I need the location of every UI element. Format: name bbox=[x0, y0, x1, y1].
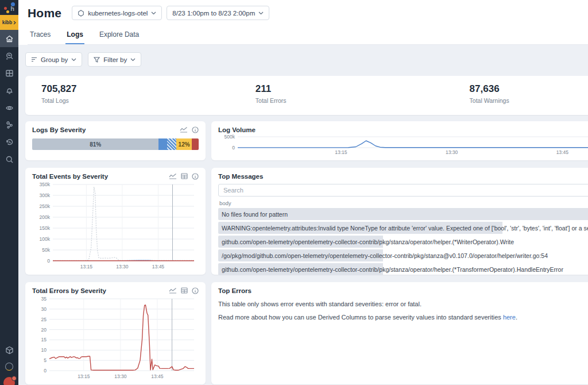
severity-segment[interactable] bbox=[192, 138, 199, 150]
tab-explore-data[interactable]: Explore Data bbox=[98, 28, 140, 44]
line-chart-icon[interactable] bbox=[180, 126, 188, 133]
message-text: /go/pkg/mod/github.com/open-telemetry/op… bbox=[222, 252, 588, 259]
chevron-down-icon bbox=[258, 11, 264, 15]
top-errors-card: Top Errors This table only shows error e… bbox=[211, 282, 588, 384]
sidebar-item-docs[interactable] bbox=[0, 341, 18, 359]
svg-text:300k: 300k bbox=[40, 192, 51, 198]
svg-text:0: 0 bbox=[232, 145, 235, 151]
logo-dot bbox=[4, 7, 7, 10]
table-icon[interactable] bbox=[181, 287, 188, 294]
stat-value: 87,636 bbox=[470, 83, 588, 95]
table-row[interactable]: No files found for pattern45,025 bbox=[218, 208, 588, 220]
info-icon[interactable] bbox=[192, 173, 199, 180]
bell-icon bbox=[5, 86, 14, 95]
query-icon bbox=[5, 52, 14, 60]
sidebar-item-triggers[interactable] bbox=[0, 82, 18, 99]
package-icon bbox=[5, 346, 14, 355]
sidebar-item-query[interactable] bbox=[0, 47, 18, 64]
usage-ring-icon[interactable] bbox=[5, 363, 13, 371]
group-by-label: Group by bbox=[41, 56, 68, 63]
filter-by-dropdown[interactable]: Filter by bbox=[88, 52, 141, 67]
group-by-icon bbox=[31, 57, 37, 62]
severity-stacked-bar[interactable]: 81%12% bbox=[32, 138, 199, 150]
stat-total-logs: 705,827 Total Logs bbox=[41, 83, 256, 115]
svg-text:13:45: 13:45 bbox=[151, 374, 164, 379]
group-by-dropdown[interactable]: Group by bbox=[25, 52, 82, 67]
table-row[interactable]: github.com/open-telemetry/opentelemetry-… bbox=[218, 263, 588, 275]
chevron-right-icon bbox=[13, 21, 16, 25]
svg-text:200k: 200k bbox=[40, 214, 51, 220]
sidebar-item-home[interactable] bbox=[0, 30, 18, 47]
line-chart-icon[interactable] bbox=[169, 287, 177, 294]
svg-text:35: 35 bbox=[41, 296, 47, 302]
user-avatar[interactable] bbox=[3, 377, 15, 385]
svg-text:13:15: 13:15 bbox=[78, 374, 90, 379]
stat-label: Total Logs bbox=[41, 97, 256, 104]
card-title: Logs By Severity bbox=[32, 126, 86, 133]
svg-text:350k: 350k bbox=[40, 182, 51, 187]
log-volume-chart[interactable]: 0500k13:1513:3013:45 bbox=[218, 133, 588, 156]
severity-segment[interactable] bbox=[158, 138, 167, 150]
tab-traces[interactable]: Traces bbox=[29, 28, 52, 44]
table-row[interactable]: github.com/open-telemetry/opentelemetry-… bbox=[218, 236, 588, 248]
sidebar-item-activity[interactable] bbox=[0, 133, 18, 151]
filter-icon bbox=[94, 57, 100, 63]
top-messages-card: Top Messages Clear body No files found f… bbox=[211, 168, 588, 275]
stat-total-errors: 211 Total Errors bbox=[256, 83, 470, 115]
stat-value: 211 bbox=[256, 83, 470, 95]
notification-badge bbox=[11, 376, 17, 381]
total-events-chart[interactable]: 050k100k150k200k250k300k350k13:1513:3013… bbox=[32, 180, 199, 270]
derived-columns-link[interactable]: here bbox=[503, 314, 516, 321]
sidebar-item-search[interactable] bbox=[0, 151, 18, 168]
svg-text:30: 30 bbox=[41, 306, 47, 312]
sidebar-item-service-map[interactable] bbox=[0, 116, 18, 133]
svg-text:10: 10 bbox=[41, 347, 47, 353]
svg-text:13:30: 13:30 bbox=[116, 264, 129, 270]
summary-stats-card: 705,827 Total Logs 211 Total Errors 87,6… bbox=[25, 76, 588, 115]
time-range-label: 8/23 1:00pm to 8/23 2:00pm bbox=[172, 10, 255, 17]
table-row[interactable]: WARNING:opentelemetry.attributes:Invalid… bbox=[218, 222, 588, 234]
sidebar: h kibb bbox=[0, 0, 18, 385]
environment-selector[interactable]: kubernetes-logs-otel bbox=[72, 6, 162, 20]
service-map-icon bbox=[5, 121, 14, 129]
card-title: Top Messages bbox=[218, 173, 263, 180]
info-icon[interactable] bbox=[192, 287, 199, 294]
time-range-selector[interactable]: 8/23 1:00pm to 8/23 2:00pm bbox=[167, 6, 269, 20]
info-icon[interactable] bbox=[192, 126, 199, 133]
severity-segment[interactable]: 12% bbox=[176, 138, 192, 150]
severity-segment[interactable]: 81% bbox=[32, 138, 158, 150]
sidebar-item-slos[interactable] bbox=[0, 99, 18, 116]
message-text: github.com/open-telemetry/opentelemetry-… bbox=[222, 238, 588, 245]
table-row[interactable]: /go/pkg/mod/github.com/open-telemetry/op… bbox=[218, 249, 588, 261]
top-messages-table: No files found for pattern45,025WARNING:… bbox=[218, 208, 588, 275]
tab-bar: Traces Logs Explore Data bbox=[28, 28, 588, 45]
svg-text:13:15: 13:15 bbox=[335, 149, 347, 155]
top-errors-note-text: Read more about how you can use Derived … bbox=[218, 314, 503, 321]
column-header-body: body bbox=[219, 200, 588, 206]
search-input[interactable] bbox=[218, 184, 588, 197]
svg-text:100k: 100k bbox=[40, 236, 51, 242]
chevron-down-icon bbox=[130, 58, 136, 61]
history-icon bbox=[5, 138, 14, 147]
sidebar-item-boards[interactable] bbox=[0, 64, 18, 82]
tab-logs[interactable]: Logs bbox=[65, 28, 84, 44]
card-title: Top Errors bbox=[218, 287, 252, 294]
chevron-down-icon bbox=[151, 11, 156, 15]
message-text: github.com/open-telemetry/opentelemetry-… bbox=[222, 266, 588, 273]
team-switcher[interactable]: kibb bbox=[0, 15, 18, 30]
svg-text:500k: 500k bbox=[225, 134, 235, 140]
svg-text:250k: 250k bbox=[40, 203, 51, 209]
logo-letter: h bbox=[10, 5, 14, 12]
message-text: No files found for pattern bbox=[222, 211, 588, 218]
table-icon[interactable] bbox=[181, 173, 188, 179]
environment-icon bbox=[78, 10, 84, 17]
total-errors-chart[interactable]: 0510152025303513:1513:3013:45 bbox=[32, 294, 199, 380]
severity-segment[interactable] bbox=[167, 138, 176, 150]
environment-name: kubernetes-logs-otel bbox=[88, 10, 148, 17]
line-chart-icon[interactable] bbox=[169, 173, 177, 179]
honeycomb-logo[interactable]: h bbox=[0, 0, 18, 15]
period: . bbox=[516, 314, 517, 321]
card-title: Total Errors by Severity bbox=[32, 287, 106, 294]
svg-text:13:30: 13:30 bbox=[446, 149, 458, 155]
svg-text:50k: 50k bbox=[42, 247, 50, 253]
